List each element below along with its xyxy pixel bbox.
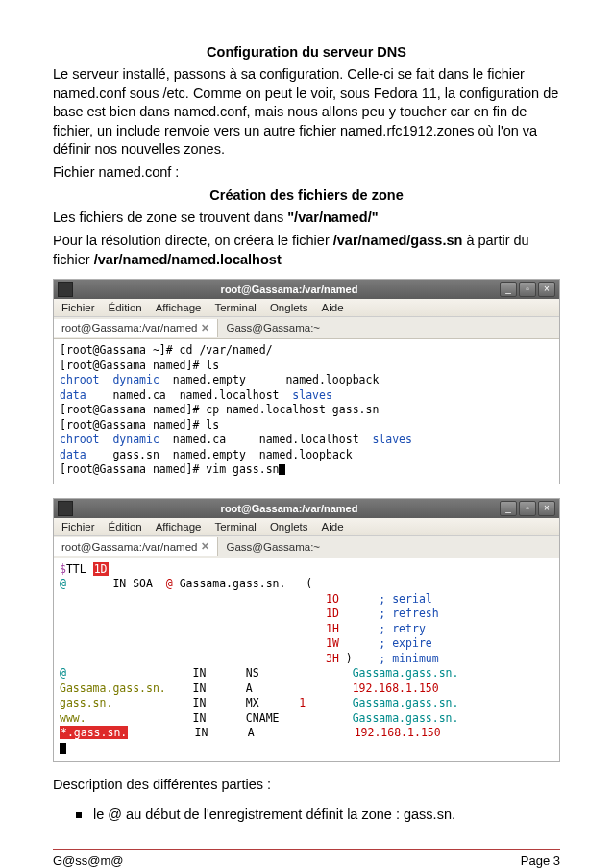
terminal-icon: [58, 501, 73, 516]
text-resolution-intro: Pour la résolution directe, on créera le…: [53, 233, 333, 248]
tab-close-icon[interactable]: ✕: [201, 322, 209, 335]
menu-terminal[interactable]: Terminal: [214, 521, 256, 533]
paragraph-intro: Le serveur installé, passons à sa config…: [53, 65, 560, 160]
menubar: Fichier Édition Affichage Terminal Ongle…: [54, 299, 559, 317]
menu-affichage[interactable]: Affichage: [156, 302, 202, 313]
maximize-button[interactable]: ▫: [519, 282, 536, 297]
tab-inactive[interactable]: Gass@Gassama:~: [218, 319, 328, 336]
titlebar: root@Gassama:/var/named _ ▫ ×: [54, 280, 559, 299]
menu-terminal[interactable]: Terminal: [214, 302, 256, 313]
text-localhost-path: /var/named/named.localhost: [94, 252, 282, 267]
document-page: Configuration du serveur DNS Le serveur …: [0, 0, 613, 868]
menu-fichier[interactable]: Fichier: [61, 521, 95, 533]
menu-edition[interactable]: Édition: [109, 302, 142, 313]
text-gass-path: /var/named/gass.sn: [333, 233, 463, 248]
terminal-body[interactable]: $TTL 1D @ IN SOA @ Gassama.gass.sn. ( 1O…: [54, 558, 559, 762]
menu-affichage[interactable]: Affichage: [156, 521, 202, 533]
menu-fichier[interactable]: Fichier: [61, 302, 95, 313]
heading-config-dns: Configuration du serveur DNS: [53, 44, 560, 60]
menu-aide[interactable]: Aide: [322, 521, 344, 533]
terminal-window-ls: root@Gassama:/var/named _ ▫ × Fichier Éd…: [53, 279, 560, 484]
menu-edition[interactable]: Édition: [109, 521, 142, 533]
tab-label: root@Gassama:/var/named: [61, 322, 197, 334]
bullet-item: le @ au début de l'enregistrement défini…: [93, 806, 560, 822]
menu-onglets[interactable]: Onglets: [270, 521, 308, 533]
text-zone-intro: Les fichiers de zone se trouvent dans: [53, 210, 287, 225]
tab-label: root@Gassama:/var/named: [61, 541, 197, 553]
window-buttons: _ ▫ ×: [500, 282, 555, 297]
footer-page: Page 3: [521, 854, 560, 868]
close-button[interactable]: ×: [538, 501, 555, 516]
bullet-list: le @ au début de l'enregistrement défini…: [53, 806, 560, 822]
paragraph-named-conf: Fichier named.conf :: [53, 163, 560, 183]
text-zone-path: "/var/named/": [287, 210, 378, 225]
tab-close-icon[interactable]: ✕: [201, 540, 209, 553]
terminal-window-vim: root@Gassama:/var/named _ ▫ × Fichier Éd…: [53, 498, 560, 763]
minimize-button[interactable]: _: [500, 501, 517, 516]
close-button[interactable]: ×: [538, 282, 555, 297]
tab-active[interactable]: root@Gassama:/var/named ✕: [54, 319, 218, 337]
paragraph-resolution: Pour la résolution directe, on créera le…: [53, 232, 560, 269]
terminal-body[interactable]: [root@Gassama ~]# cd /var/named/ [root@G…: [54, 339, 559, 484]
window-title: root@Gassama:/var/named: [79, 503, 500, 514]
minimize-button[interactable]: _: [500, 282, 517, 297]
tab-active[interactable]: root@Gassama:/var/named ✕: [54, 537, 218, 556]
menubar: Fichier Édition Affichage Terminal Ongle…: [54, 518, 559, 536]
paragraph-zone-location: Les fichiers de zone se trouvent dans "/…: [53, 209, 560, 228]
tab-inactive[interactable]: Gass@Gassama:~: [218, 538, 328, 556]
footer-author: G@ss@m@: [53, 854, 124, 868]
tab-label: Gass@Gassama:~: [226, 322, 320, 334]
tab-bar: root@Gassama:/var/named ✕ Gass@Gassama:~: [54, 317, 559, 339]
menu-onglets[interactable]: Onglets: [270, 302, 308, 313]
maximize-button[interactable]: ▫: [519, 501, 536, 516]
titlebar: root@Gassama:/var/named _ ▫ ×: [54, 499, 559, 518]
terminal-icon: [58, 282, 73, 297]
window-title: root@Gassama:/var/named: [79, 284, 500, 295]
paragraph-description: Description des différentes parties :: [53, 776, 560, 795]
page-footer: G@ss@m@ Page 3: [53, 849, 560, 868]
tab-label: Gass@Gassama:~: [226, 541, 320, 553]
heading-zone-files: Création des fichiers de zone: [53, 187, 560, 203]
tab-bar: root@Gassama:/var/named ✕ Gass@Gassama:~: [54, 536, 559, 558]
menu-aide[interactable]: Aide: [322, 302, 344, 313]
window-buttons: _ ▫ ×: [500, 501, 555, 516]
